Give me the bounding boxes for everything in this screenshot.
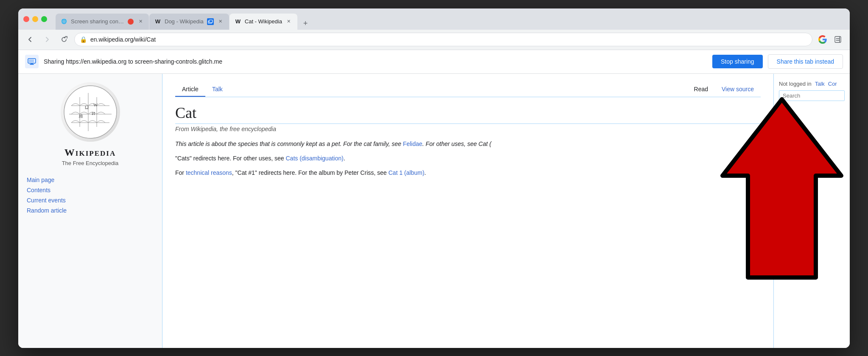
share-button[interactable] — [831, 33, 845, 46]
wiki-right-links: Not logged in Talk Cor — [779, 81, 845, 87]
new-tab-button[interactable]: + — [300, 18, 311, 30]
tab-view-source[interactable]: View source — [715, 82, 761, 97]
technical-reasons-link[interactable]: technical reasons — [186, 169, 232, 176]
article-paragraph-3: For technical reasons, "Cat #1" redirect… — [175, 168, 761, 177]
page-content: Ω И 維 W Wikipedia The Free Encyclopedia … — [18, 74, 850, 348]
tab-dog-label: Dog - Wikipedia — [165, 18, 204, 25]
wikipedia-cat-icon: W — [235, 18, 241, 25]
toolbar-right — [816, 33, 845, 46]
svg-rect-6 — [29, 59, 34, 62]
article-paragraph-1: This article is about the species that i… — [175, 139, 761, 149]
not-logged-in-text: Not logged in — [779, 81, 812, 87]
wikipedia-globe: Ω И 維 W — [61, 82, 120, 142]
toolbar: 🔒 en.wikipedia.org/wiki/Cat — [18, 30, 850, 50]
wikipedia-icon: W — [154, 18, 161, 25]
search-input[interactable] — [779, 90, 845, 101]
svg-text:維: 維 — [78, 114, 83, 118]
tab-article[interactable]: Article — [175, 82, 205, 97]
tab-dog-wikipedia[interactable]: W Dog - Wikipedia ✕ — [149, 14, 229, 30]
felidae-link[interactable]: Felidae — [403, 140, 423, 147]
maximize-button[interactable] — [41, 16, 47, 22]
wiki-main: Article Talk Read View source Cat From W… — [162, 74, 773, 348]
sharing-bar-text: Sharing https://en.wikipedia.org to scre… — [44, 58, 707, 65]
tabs-area: 🌐 Screen sharing controls ✕ W Dog - Wiki… — [56, 8, 845, 30]
tab-dog-close[interactable]: ✕ — [217, 18, 224, 25]
tab-cat-label: Cat - Wikipedia — [245, 18, 282, 25]
browser-window: 🌐 Screen sharing controls ✕ W Dog - Wiki… — [18, 8, 850, 348]
sharing-icon — [207, 18, 214, 25]
tab-screen-sharing[interactable]: 🌐 Screen sharing controls ✕ — [56, 14, 149, 30]
tab-screen-sharing-label: Screen sharing controls — [71, 18, 124, 25]
cats-disambiguation-link[interactable]: Cats (disambiguation) — [286, 155, 344, 162]
share-tab-button[interactable]: Share this tab instead — [768, 54, 843, 69]
nav-main-page[interactable]: Main page — [27, 177, 54, 183]
nav-random-article[interactable]: Random article — [27, 207, 67, 214]
wiki-right-panel: Not logged in Talk Cor — [773, 74, 850, 348]
close-button[interactable] — [23, 16, 29, 22]
svg-rect-1 — [209, 20, 213, 22]
svg-rect-2 — [835, 36, 841, 42]
tab-read[interactable]: Read — [687, 82, 715, 97]
reload-button[interactable] — [57, 33, 71, 46]
svg-rect-5 — [30, 64, 34, 65]
cor-text: Cor — [828, 81, 837, 87]
svg-text:И: И — [92, 111, 95, 116]
cat1-album-link[interactable]: Cat 1 (album) — [389, 169, 425, 176]
article-paragraph-2: "Cats" redirects here. For other uses, s… — [175, 154, 761, 163]
article-title: Cat — [175, 104, 761, 124]
article-italic-1: This article is about the species that i… — [175, 140, 403, 147]
sharing-bar: Sharing https://en.wikipedia.org to scre… — [18, 50, 850, 74]
lock-icon: 🔒 — [80, 36, 87, 43]
back-button[interactable] — [23, 33, 37, 46]
svg-text:W: W — [93, 102, 98, 107]
title-bar: 🌐 Screen sharing controls ✕ W Dog - Wiki… — [18, 8, 850, 30]
tab-screen-sharing-close[interactable]: ✕ — [137, 18, 144, 25]
nav-current-events[interactable]: Current events — [27, 197, 66, 204]
wikipedia-title: Wikipedia — [64, 147, 116, 158]
svg-text:Ω: Ω — [85, 104, 89, 110]
talk-link[interactable]: Talk — [815, 81, 825, 87]
tab-talk[interactable]: Talk — [205, 82, 230, 97]
forward-button[interactable] — [40, 33, 54, 46]
stop-sharing-button[interactable]: Stop sharing — [712, 55, 763, 68]
tab-cat-close[interactable]: ✕ — [286, 18, 292, 25]
nav-contents[interactable]: Contents — [27, 187, 50, 193]
minimize-button[interactable] — [32, 16, 38, 22]
globe-icon: 🌐 — [61, 18, 67, 25]
traffic-lights — [23, 16, 47, 22]
wikipedia-subtitle: The Free Encyclopedia — [62, 160, 119, 166]
article-from: From Wikipedia, the free encyclopedia — [175, 126, 761, 132]
article-tabs: Article Talk Read View source — [175, 82, 761, 97]
sharing-bar-icon — [25, 55, 39, 68]
article-italic-1b: . For other uses, see Cat ( — [423, 140, 492, 147]
recording-dot — [128, 19, 134, 25]
wiki-sidebar: Ω И 維 W Wikipedia The Free Encyclopedia … — [18, 74, 162, 348]
tab-cat-wikipedia[interactable]: W Cat - Wikipedia ✕ — [230, 14, 297, 30]
article-body: This article is about the species that i… — [175, 139, 761, 178]
address-bar[interactable]: 🔒 en.wikipedia.org/wiki/Cat — [74, 33, 812, 46]
address-text: en.wikipedia.org/wiki/Cat — [90, 36, 807, 43]
google-icon — [816, 33, 829, 46]
